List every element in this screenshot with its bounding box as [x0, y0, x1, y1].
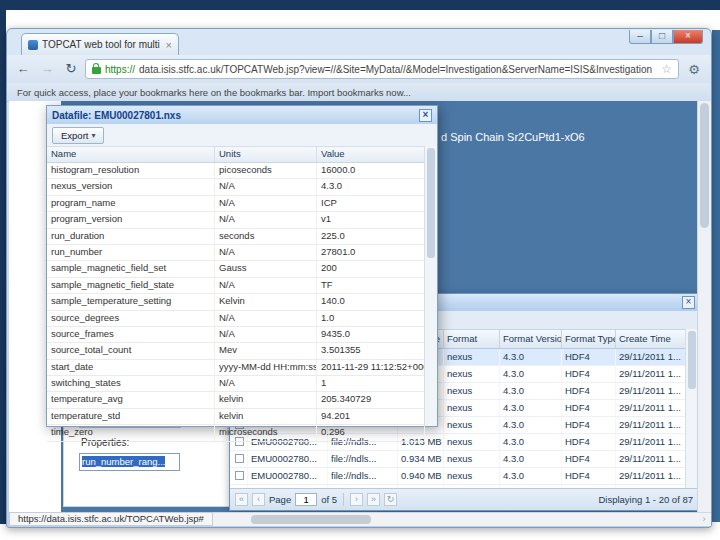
modal-title: Datafile: EMU00027801.nxs	[52, 110, 181, 121]
param-name: source_frames	[47, 327, 215, 342]
browser-vertical-scrollbar[interactable]	[697, 101, 711, 512]
modal-table-row[interactable]: temperature_stdkelvin94.201	[47, 409, 425, 425]
column-header-format[interactable]: Format	[444, 330, 500, 348]
modal-table-row[interactable]: sample_magnetic_field_stateN/ATF	[47, 278, 425, 294]
param-name: sample_magnetic_field_state	[47, 278, 215, 293]
run-number-input[interactable]: run_number_rang...	[79, 453, 180, 471]
param-value: TF	[317, 278, 425, 293]
modal-table-row[interactable]: switching_statesN/A1	[47, 376, 425, 392]
modal-scrollbar[interactable]	[424, 146, 437, 426]
modal-table-row[interactable]: source_framesN/A9435.0	[47, 327, 425, 343]
cell-type: HDF4	[562, 366, 616, 382]
modal-table-row[interactable]: program_nameN/AICP	[47, 196, 425, 212]
favicon-icon	[28, 40, 38, 50]
modal-table-row[interactable]: sample_temperature_settingKelvin140.0	[47, 294, 425, 310]
modal-toolbar: Export ▾	[47, 124, 437, 147]
param-units: Kelvin	[215, 294, 317, 309]
modal-column-units[interactable]: Units	[215, 147, 317, 162]
pager-next-icon[interactable]: ›	[350, 493, 363, 506]
param-units: Mev	[215, 343, 317, 358]
maximize-button[interactable]: □	[651, 30, 673, 44]
param-name: run_duration	[47, 229, 215, 244]
bookmarks-bar[interactable]: For quick access, place your bookmarks h…	[7, 83, 711, 102]
cell-format: nexus	[444, 400, 500, 416]
column-header-format-version[interactable]: Format Version	[500, 330, 562, 348]
back-icon[interactable]: ←	[13, 59, 33, 79]
modal-scrollbar-thumb[interactable]	[427, 148, 435, 258]
column-header-format-type[interactable]: Format Type	[562, 330, 616, 348]
param-value: 2011-11-29 11:12:52+0000	[317, 360, 425, 375]
row-checkbox[interactable]	[235, 454, 244, 463]
cell-type: HDF4	[562, 434, 616, 450]
param-value: 3.501355	[317, 343, 425, 358]
column-header-create-time[interactable]: Create Time	[616, 330, 686, 348]
close-button[interactable]: ×	[673, 30, 703, 44]
pager-refresh-icon[interactable]: ↻	[384, 493, 397, 506]
param-units: N/A	[215, 245, 317, 260]
minimize-button[interactable]: –	[629, 30, 651, 44]
modal-table-row[interactable]: time_zeromicroseconds0.296	[47, 425, 425, 441]
pager-first-icon[interactable]: «	[235, 493, 248, 506]
browser-navbar: ← → ↻ https:// data.isis.stfc.ac.uk/TOPC…	[7, 55, 711, 83]
modal-table-row[interactable]: nexus_versionN/A4.3.0	[47, 179, 425, 195]
cell-created: 29/11/2011 1...	[616, 400, 686, 416]
param-value: 225.0	[317, 229, 425, 244]
modal-table-row[interactable]: run_durationseconds225.0	[47, 229, 425, 245]
grid-close-icon[interactable]: ×	[682, 296, 695, 309]
param-value: 205.340729	[317, 392, 425, 407]
param-value: 140.0	[317, 294, 425, 309]
grid-scrollbar-thumb[interactable]	[688, 331, 696, 389]
cell-name: EMU0002780...	[248, 468, 328, 484]
datafile-row[interactable]: EMU0002780...file://ndls...0.934 MBnexus…	[230, 451, 698, 468]
modal-table-row[interactable]: source_degreesN/A1.0	[47, 311, 425, 327]
window-controls: – □ ×	[629, 30, 703, 44]
modal-close-icon[interactable]: ×	[419, 109, 432, 122]
cell-format: nexus	[444, 434, 500, 450]
browser-vertical-scrollbar-thumb[interactable]	[700, 103, 709, 228]
modal-table-row[interactable]: histogram_resolutionpicoseconds16000.0	[47, 163, 425, 179]
param-value: 1.0	[317, 311, 425, 326]
address-bar[interactable]: https:// data.isis.stfc.ac.uk/TOPCATWeb.…	[85, 59, 679, 79]
param-name: start_date	[47, 360, 215, 375]
export-button[interactable]: Export ▾	[52, 127, 104, 144]
modal-table-row[interactable]: program_versionN/Av1	[47, 212, 425, 228]
modal-table-body: histogram_resolutionpicoseconds16000.0ne…	[47, 163, 437, 442]
cell-created: 29/11/2011 1...	[616, 451, 686, 467]
export-label: Export	[61, 130, 88, 141]
status-bubble: https://data.isis.stfc.ac.uk/TOPCATWeb.j…	[9, 512, 213, 526]
reload-icon[interactable]: ↻	[61, 59, 81, 79]
forward-icon[interactable]: →	[37, 59, 57, 79]
browser-horizontal-scrollbar-thumb[interactable]	[251, 515, 371, 524]
cell-format: nexus	[444, 366, 500, 382]
slide-border-top	[0, 0, 720, 10]
cell-type: HDF4	[562, 451, 616, 467]
param-name: program_name	[47, 196, 215, 211]
modal-column-value[interactable]: Value	[317, 147, 425, 162]
param-units: kelvin	[215, 392, 317, 407]
pager-prev-icon[interactable]: ‹	[252, 493, 265, 506]
param-name: run_number	[47, 245, 215, 260]
cell-type: HDF4	[562, 417, 616, 433]
modal-table-row[interactable]: start_dateyyyy-MM-dd HH:mm:ss2011-11-29 …	[47, 360, 425, 376]
cell-version: 4.3.0	[500, 349, 562, 365]
param-name: sample_magnetic_field_set	[47, 261, 215, 276]
checkbox-cell	[230, 468, 248, 484]
modal-table-row[interactable]: run_numberN/A27801.0	[47, 245, 425, 261]
modal-table-row[interactable]: sample_magnetic_field_setGauss200	[47, 261, 425, 277]
bookmark-star-icon[interactable]: ☆	[661, 62, 672, 76]
modal-table-row[interactable]: temperature_avgkelvin205.340729	[47, 392, 425, 408]
param-value: v1	[317, 212, 425, 227]
tab-close-icon[interactable]: ×	[166, 40, 172, 50]
browser-tab[interactable]: TOPCAT web tool for multi ×	[21, 33, 179, 55]
datafile-modal: Datafile: EMU00027801.nxs × Export ▾ Nam…	[46, 105, 438, 427]
pager-page-input[interactable]	[295, 493, 317, 506]
datafile-row[interactable]: EMU0002780...file://ndls...0.940 MBnexus…	[230, 468, 698, 485]
settings-wrench-icon[interactable]: ⚙	[683, 62, 705, 77]
modal-column-name[interactable]: Name	[47, 147, 215, 162]
pager-last-icon[interactable]: »	[367, 493, 380, 506]
modal-table-row[interactable]: source_total_countMev3.501355	[47, 343, 425, 359]
checkbox-cell	[230, 451, 248, 467]
hscroll-right-icon[interactable]: ›	[697, 513, 711, 526]
cell-version: 4.3.0	[500, 434, 562, 450]
row-checkbox[interactable]	[235, 471, 244, 480]
